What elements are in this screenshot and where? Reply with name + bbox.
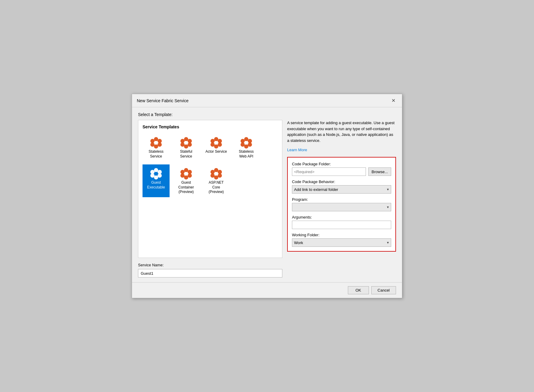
select-template-label: Select a Template: <box>138 112 396 117</box>
flower-icon-actor <box>210 136 223 149</box>
template-item-stateless-web[interactable]: StatelessWeb API <box>233 133 260 161</box>
dialog-footer: OK Cancel <box>132 282 402 298</box>
svg-point-42 <box>214 168 218 172</box>
code-package-behavior-select[interactable]: Add link to external folder Copy to outp… <box>292 185 391 194</box>
flower-icon-guest-container <box>180 167 193 180</box>
code-package-folder-input[interactable] <box>292 167 366 176</box>
program-wrapper <box>292 203 391 211</box>
arguments-input[interactable] <box>292 221 391 229</box>
svg-point-44 <box>218 173 222 178</box>
svg-point-19 <box>210 139 215 143</box>
template-grid: StatelessService <box>143 133 278 197</box>
program-label: Program: <box>292 197 391 202</box>
template-label-stateless: StatelessService <box>149 149 163 159</box>
template-item-guest-exec[interactable]: GuestExecutable <box>143 164 170 197</box>
title-bar: New Service Fabric Service ✕ <box>132 94 402 107</box>
template-label-stateless-web: StatelessWeb API <box>239 149 253 159</box>
flower-icon-stateless-web <box>240 136 253 149</box>
svg-point-35 <box>184 168 188 172</box>
service-name-input[interactable] <box>138 269 282 277</box>
svg-point-26 <box>241 139 245 143</box>
svg-point-10 <box>184 144 188 149</box>
template-label-guest-container: GuestContainer(Preview) <box>178 180 194 194</box>
svg-point-25 <box>241 142 245 147</box>
svg-point-36 <box>188 170 192 174</box>
svg-point-48 <box>214 172 218 176</box>
template-label-stateful: StatefulService <box>180 149 192 159</box>
svg-point-3 <box>154 144 158 149</box>
svg-point-30 <box>158 173 162 178</box>
right-panel: A service template for adding a guest ex… <box>287 120 396 258</box>
flower-icon-stateless <box>149 136 163 149</box>
arguments-group: Arguments: <box>292 215 391 229</box>
template-panel: Service Templates <box>138 120 282 258</box>
code-package-behavior-label: Code Package Behavior: <box>292 179 391 184</box>
svg-point-43 <box>218 170 222 174</box>
template-item-actor[interactable]: Actor Service <box>203 133 230 161</box>
svg-point-23 <box>248 142 252 147</box>
svg-point-34 <box>154 172 158 176</box>
code-package-folder-group: Code Package Folder: Browse... <box>292 162 391 176</box>
working-folder-label: Working Folder: <box>292 233 391 237</box>
svg-point-13 <box>184 141 188 145</box>
cancel-button[interactable]: Cancel <box>371 286 396 294</box>
flower-icon-guest-exec <box>149 167 163 180</box>
svg-point-24 <box>244 144 248 149</box>
svg-point-29 <box>158 170 162 174</box>
svg-point-33 <box>150 170 155 174</box>
program-group: Program: <box>292 197 391 211</box>
working-folder-select[interactable]: Work CodePackage CodeBase <box>292 238 391 247</box>
svg-point-20 <box>214 141 218 145</box>
dialog-title: New Service Fabric Service <box>137 98 189 103</box>
template-item-aspnet[interactable]: ASP.NETCore(Preview) <box>203 164 230 197</box>
program-select[interactable] <box>292 203 391 211</box>
ok-button[interactable]: OK <box>348 286 369 294</box>
browse-button[interactable]: Browse... <box>368 167 391 176</box>
svg-point-7 <box>184 137 188 141</box>
svg-point-17 <box>214 144 218 149</box>
template-item-stateful[interactable]: StatefulService <box>173 133 200 161</box>
svg-point-0 <box>154 137 158 141</box>
svg-point-5 <box>150 139 155 143</box>
svg-point-46 <box>210 173 215 178</box>
close-button[interactable]: ✕ <box>390 97 397 104</box>
svg-point-9 <box>188 142 192 147</box>
svg-point-2 <box>158 142 162 147</box>
svg-point-40 <box>180 170 185 174</box>
template-label-guest-exec: GuestExecutable <box>147 180 165 190</box>
code-package-folder-label: Code Package Folder: <box>292 162 391 166</box>
svg-point-47 <box>210 170 215 174</box>
code-package-behavior-group: Code Package Behavior: Add link to exter… <box>292 179 391 194</box>
svg-point-45 <box>214 175 218 179</box>
working-folder-group: Working Folder: Work CodePackage CodeBas… <box>292 233 391 247</box>
arguments-label: Arguments: <box>292 215 391 219</box>
service-name-label: Service Name: <box>138 263 396 267</box>
working-folder-wrapper: Work CodePackage CodeBase <box>292 238 391 247</box>
dialog-content: Select a Template: Service Templates <box>132 107 402 282</box>
svg-point-18 <box>210 142 215 147</box>
svg-point-16 <box>218 142 222 147</box>
description-text: A service template for adding a guest ex… <box>287 120 396 143</box>
svg-point-4 <box>150 142 155 147</box>
code-package-behavior-wrapper: Add link to external folder Copy to outp… <box>292 185 391 194</box>
svg-point-21 <box>244 137 248 141</box>
form-box: Code Package Folder: Browse... Code Pack… <box>287 157 396 252</box>
svg-point-8 <box>188 139 192 143</box>
svg-point-6 <box>154 141 158 145</box>
svg-point-38 <box>184 175 188 179</box>
svg-point-28 <box>154 168 158 172</box>
template-item-stateless[interactable]: StatelessService <box>143 133 170 161</box>
svg-point-41 <box>184 172 188 176</box>
svg-point-32 <box>150 173 155 178</box>
template-panel-title: Service Templates <box>143 124 278 129</box>
template-label-aspnet: ASP.NETCore(Preview) <box>209 180 224 194</box>
svg-point-11 <box>180 142 185 147</box>
learn-more-link[interactable]: Learn More <box>287 148 396 152</box>
template-label-actor: Actor Service <box>205 149 227 154</box>
dialog: New Service Fabric Service ✕ Select a Te… <box>132 94 402 298</box>
svg-point-14 <box>214 137 218 141</box>
flower-icon-aspnet <box>210 167 223 180</box>
svg-point-37 <box>188 173 192 178</box>
svg-point-22 <box>248 139 252 143</box>
template-item-guest-container[interactable]: GuestContainer(Preview) <box>173 164 200 197</box>
